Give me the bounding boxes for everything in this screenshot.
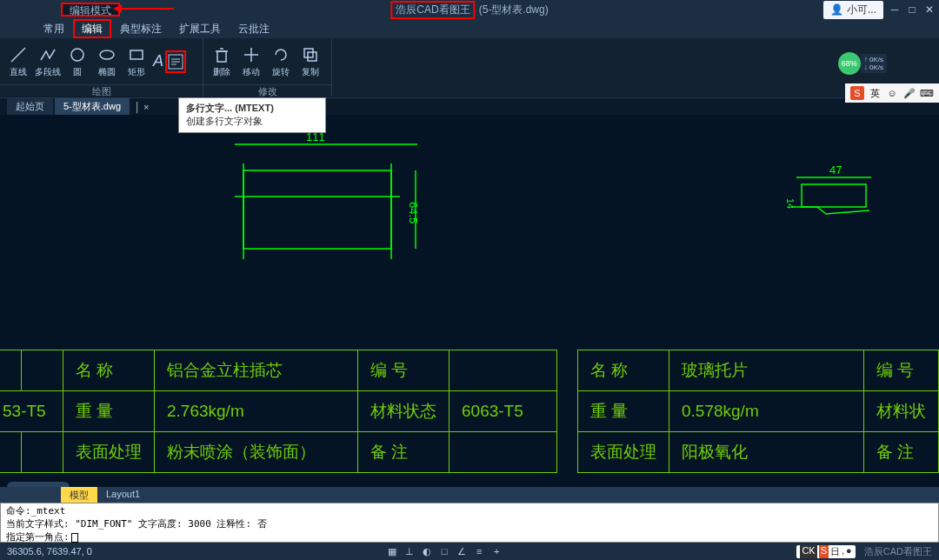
otrack-icon[interactable]: ∠: [456, 546, 468, 557]
tool-circle[interactable]: 圆: [63, 45, 92, 78]
svg-rect-18: [243, 170, 391, 249]
doctab-close-icon[interactable]: │ ×: [131, 100, 152, 114]
table-row: 名 称 玻璃托片 编 号: [578, 350, 939, 391]
tool-ellipse[interactable]: 椭圆: [92, 45, 122, 78]
doctab-file[interactable]: 5-型材表.dwg: [55, 98, 130, 115]
polyline-icon: [38, 45, 57, 64]
move-icon: [242, 45, 261, 64]
layouttab-model[interactable]: 模型: [61, 487, 97, 503]
tab-dimension[interactable]: 典型标注: [111, 19, 170, 38]
tab-extend[interactable]: 扩展工具: [170, 19, 230, 38]
status-coords: 36305.6, 7639.47, 0: [7, 546, 92, 557]
circle-icon: [68, 45, 87, 64]
doctab-start[interactable]: 起始页: [7, 98, 53, 115]
tool-line[interactable]: 直线: [3, 45, 33, 78]
upload-icon: ↑: [864, 56, 868, 63]
tool-delete[interactable]: 删除: [207, 45, 236, 78]
spec-table-right: 名 称 玻璃托片 编 号 重 量 0.578kg/m 材料状 表面处理 阳极氧化…: [577, 350, 939, 473]
group-label-modify: 修改: [203, 84, 331, 97]
tab-common[interactable]: 常用: [35, 19, 73, 38]
user-badge[interactable]: 👤 小可...: [823, 1, 883, 19]
minimize-button[interactable]: ─: [889, 3, 901, 16]
command-line[interactable]: 命令:_mtext 当前文字样式: "DIM_FONT" 文字高度: 3000 …: [0, 503, 939, 543]
tool-rotate[interactable]: 旋转: [266, 45, 296, 78]
rectangle-icon: [127, 45, 146, 64]
restore-button[interactable]: □: [906, 3, 918, 16]
tool-copy[interactable]: 复制: [296, 45, 325, 78]
tab-edit[interactable]: 编辑: [73, 19, 111, 38]
mtext-icon: [166, 52, 185, 71]
table-row: 表面处理 阳极氧化 备 注: [578, 432, 939, 473]
copy-icon: [301, 45, 320, 64]
user-name: 小可...: [847, 3, 876, 17]
ime-lang[interactable]: 英: [868, 86, 882, 100]
user-avatar-icon: 👤: [830, 3, 843, 16]
svg-rect-5: [130, 50, 143, 59]
layouttab-layout1[interactable]: Layout1: [97, 487, 149, 503]
svg-rect-15: [304, 49, 313, 57]
svg-rect-24: [802, 184, 866, 207]
tool-mtext[interactable]: [165, 50, 186, 73]
table-row: 表面处理 粉末喷涂（装饰面） 备 注: [0, 432, 557, 473]
layout-tabs: 模型 Layout1: [0, 487, 939, 503]
mode-label: 编辑模式: [70, 4, 111, 17]
drawing-right: [791, 172, 878, 224]
command-history-2: 当前文字样式: "DIM_FONT" 文字高度: 3000 注释性: 否: [6, 518, 933, 531]
ime-status[interactable]: CK S 日,●: [796, 545, 855, 558]
table-row: 名 称 铝合金立柱插芯 编 号: [0, 350, 557, 391]
dim-14: 14: [785, 198, 796, 209]
tool-rectangle[interactable]: 矩形: [122, 45, 151, 78]
spec-table-left: 名 称 铝合金立柱插芯 编 号 53-T5 重 量 2.763kg/m 材料状态…: [0, 350, 557, 473]
ribbon-group-modify: 删除 移动 旋转 复制 修改: [203, 38, 332, 97]
svg-rect-10: [217, 51, 226, 62]
tab-cloud[interactable]: 云批注: [230, 19, 278, 38]
close-button[interactable]: ✕: [923, 3, 936, 16]
app-name: 浩辰CAD看图王: [390, 1, 475, 19]
watermark: 浩辰CAD看图王: [864, 545, 932, 558]
ime-keyboard-icon[interactable]: ⌨: [920, 86, 934, 100]
ime-mic-icon[interactable]: 🎤: [902, 86, 916, 100]
ortho-icon[interactable]: ⊥: [403, 546, 416, 557]
tool-move[interactable]: 移动: [236, 45, 266, 78]
tool-polyline[interactable]: 多段线: [33, 45, 63, 78]
svg-point-3: [71, 49, 83, 61]
svg-point-4: [100, 50, 114, 59]
status-bar: 36305.6, 7639.47, 0 ▦ ⊥ ◐ □ ∠ ≡ + CK S 日…: [0, 543, 939, 560]
mtext-tooltip: 多行文字... (MTEXT) 创建多行文字对象: [178, 97, 326, 133]
titlebar: 编辑模式 浩辰CAD看图王 (5-型材表.dwg) 👤 小可... ─ □ ✕: [0, 0, 939, 19]
ime-logo-icon: S: [850, 86, 864, 100]
group-label-draw: 绘图: [0, 84, 203, 97]
command-history-1: 命令:_mtext: [6, 505, 933, 518]
drawing-left: [226, 137, 435, 277]
red-arrow-annotation: [113, 2, 174, 16]
polar-icon[interactable]: ◐: [421, 546, 433, 557]
rotate-icon: [271, 45, 290, 64]
ribbon-group-draw: 直线 多段线 圆 椭圆 矩形 A: [0, 38, 203, 97]
dyn-icon[interactable]: +: [490, 546, 503, 557]
ime-bar[interactable]: S 英 ☺ 🎤 ⌨: [845, 83, 939, 103]
table-row: 重 量 0.578kg/m 材料状: [578, 391, 939, 432]
gauge-speeds: ↑ 0K/s ↓ 0K/s: [861, 54, 887, 73]
line-icon: [9, 45, 28, 64]
title-controls: 👤 小可... ─ □ ✕: [823, 0, 936, 19]
gauge-percent: 68%: [838, 52, 861, 75]
lwt-icon[interactable]: ≡: [473, 546, 485, 557]
file-name: (5-型材表.dwg): [479, 3, 549, 17]
cursor-icon: [71, 533, 78, 543]
menu-tabs: 常用 编辑 典型标注 扩展工具 云批注: [0, 19, 939, 38]
tooltip-title: 多行文字... (MTEXT): [186, 102, 318, 115]
osnap-icon[interactable]: □: [438, 546, 450, 557]
svg-marker-1: [113, 4, 122, 13]
ellipse-icon: [97, 45, 117, 64]
drawing-canvas[interactable]: 111 64.5 47 14 名 称 铝合金立柱插芯 编 号: [0, 115, 939, 497]
status-toggle-icons: ▦ ⊥ ◐ □ ∠ ≡ +: [386, 546, 503, 557]
tool-text[interactable]: A: [151, 52, 165, 71]
snap-grid-icon[interactable]: ▦: [386, 546, 398, 557]
tooltip-desc: 创建多行文字对象: [186, 115, 318, 128]
performance-gauge[interactable]: 68% ↑ 0K/s ↓ 0K/s: [838, 52, 887, 75]
mode-dropdown[interactable]: 编辑模式: [61, 3, 120, 17]
delete-icon: [212, 45, 231, 64]
window-title: 浩辰CAD看图王 (5-型材表.dwg): [390, 1, 548, 19]
ime-face-icon[interactable]: ☺: [885, 86, 899, 100]
svg-line-2: [11, 48, 25, 62]
